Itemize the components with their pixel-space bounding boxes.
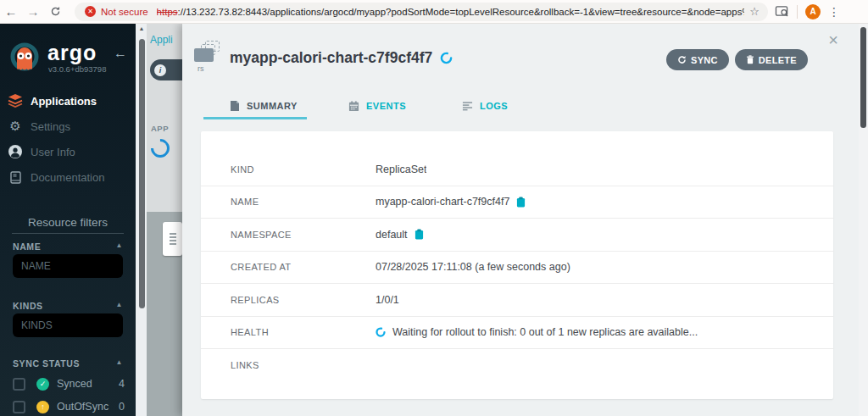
- summary-row-health: HEALTH Waiting for rollout to finish: 0 …: [201, 317, 833, 350]
- dimmed-background: Appli i APP: [147, 24, 182, 416]
- url-bar[interactable]: ✕ Not secure https://13.232.73.82:8443/a…: [75, 3, 768, 21]
- applications-layers-icon: [0, 94, 31, 108]
- back-icon[interactable]: ←: [0, 4, 22, 19]
- browser-toolbar: ← → ✕ Not secure https://13.232.73.82:84…: [0, 0, 868, 24]
- sync-button[interactable]: SYNC: [666, 49, 729, 70]
- health-progressing-icon: [376, 327, 386, 337]
- kinds-filter-label: KINDS ▲: [13, 301, 123, 311]
- summary-row-created-at: CREATED AT 07/28/2025 17:11:08 (a few se…: [201, 252, 833, 285]
- summary-card: KIND ReplicaSet NAME myapp-calori-chart-…: [201, 131, 833, 399]
- synced-status-icon: ✓: [36, 378, 49, 391]
- sync-icon: [677, 55, 687, 64]
- progressing-spinner-icon: [440, 52, 453, 64]
- app-label: APP: [151, 124, 169, 133]
- page-scrollbar[interactable]: [859, 24, 868, 416]
- content-area: Appli i APP argo v3.0.6+db9: [0, 24, 868, 416]
- resource-filters-title: Resource filters: [0, 216, 136, 229]
- summary-row-kind: KIND ReplicaSet: [201, 153, 833, 186]
- outofsync-status-icon: ↑: [36, 401, 49, 413]
- browser-menu-icon[interactable]: ⋮: [828, 5, 843, 19]
- sidebar-collapse-icon[interactable]: ←: [114, 46, 127, 61]
- not-secure-icon: ✕: [85, 6, 96, 17]
- log-lines-icon: [462, 101, 473, 111]
- synced-count: 4: [119, 378, 125, 390]
- book-icon: [0, 171, 31, 184]
- sidebar-item-label: Settings: [31, 120, 70, 133]
- replicaset-icon: rs: [194, 41, 228, 78]
- tab-summary[interactable]: SUMMARY: [230, 97, 298, 115]
- sidebar-item-label: Applications: [31, 95, 97, 108]
- resource-panel: × rs myapp-calori-chart-c7f9cf4f7 SYNC: [182, 24, 859, 416]
- sidebar-item-documentation[interactable]: Documentation: [0, 164, 136, 190]
- sync-status-filter-label: SYNC STATUS ▲: [13, 358, 123, 369]
- tab-events[interactable]: EVENTS: [348, 97, 406, 115]
- synced-checkbox[interactable]: [13, 378, 25, 391]
- page-title: myapp-calori-chart-c7f9cf4f7: [230, 49, 453, 67]
- gear-icon: ⚙: [0, 119, 31, 134]
- bookmark-star-icon[interactable]: ☆: [744, 5, 760, 18]
- outofsync-count: 0: [119, 401, 125, 413]
- close-icon[interactable]: ×: [828, 31, 838, 50]
- info-icon: i: [154, 64, 166, 76]
- screen: ← → ✕ Not secure https://13.232.73.82:84…: [0, 0, 868, 416]
- trash-icon: [746, 55, 754, 64]
- synced-label: Synced: [57, 378, 119, 390]
- collapse-triangle-icon[interactable]: ▲: [115, 241, 123, 249]
- inner-scrollbar[interactable]: ▲: [136, 24, 147, 416]
- tab-logs[interactable]: LOGS: [462, 97, 508, 115]
- document-icon: [230, 100, 240, 112]
- version-label: v3.0.6+db93798: [48, 64, 106, 74]
- forward-icon[interactable]: →: [22, 4, 44, 19]
- not-secure-label: Not secure: [101, 7, 148, 17]
- kind-abbr: rs: [198, 64, 204, 73]
- summary-row-replicas: REPLICAS 1/0/1: [201, 284, 833, 317]
- calendar-icon: [348, 101, 359, 112]
- scroll-up-icon[interactable]: ▲: [136, 25, 147, 31]
- filter-option-synced[interactable]: ✓ Synced 4: [13, 374, 125, 393]
- summary-row-links: LINKS: [201, 349, 833, 382]
- logo-wordmark: argo: [47, 42, 97, 64]
- filters-divider: [12, 233, 124, 234]
- sidebar-item-label: User Info: [31, 146, 75, 158]
- reading-mode-icon[interactable]: [775, 5, 789, 18]
- breadcrumb[interactable]: Appli: [150, 34, 173, 46]
- sidebar-item-applications[interactable]: Applications: [0, 88, 136, 114]
- sidebar-item-user-info[interactable]: User Info: [0, 139, 136, 164]
- scrollbar-thumb[interactable]: [860, 27, 866, 128]
- name-filter-input[interactable]: [13, 254, 123, 278]
- copy-icon[interactable]: [516, 197, 526, 208]
- summary-row-name: NAME myapp-calori-chart-c7f9cf4f7: [201, 186, 833, 219]
- app-header-background: [147, 24, 182, 212]
- filter-option-outofsync[interactable]: ↑ OutOfSync 0: [13, 397, 125, 416]
- sidebar-item-label: Documentation: [31, 171, 104, 184]
- kinds-filter-input[interactable]: [13, 313, 123, 337]
- logo-row: argo v3.0.6+db93798 ←: [0, 24, 136, 78]
- sidebar: argo v3.0.6+db93798 ← Applications ⚙ Set…: [0, 24, 136, 416]
- name-filter-label: NAME ▲: [13, 241, 123, 252]
- copy-icon[interactable]: [415, 229, 424, 240]
- tree-filter-toggle-button[interactable]: [163, 222, 182, 256]
- url-text: https://13.232.73.82:8443/applications/a…: [157, 7, 758, 17]
- collapse-triangle-icon[interactable]: ▲: [115, 358, 123, 366]
- toolbar-divider: [797, 5, 798, 19]
- reload-icon[interactable]: [44, 6, 66, 17]
- profile-avatar[interactable]: A: [805, 4, 821, 19]
- summary-row-namespace: NAMESPACE default: [201, 219, 833, 252]
- argo-logo-icon: [7, 41, 42, 80]
- active-tab-indicator: [203, 117, 307, 119]
- collapse-triangle-icon[interactable]: ▲: [115, 301, 123, 308]
- tab-bar: SUMMARY EVENTS LOGS: [182, 97, 859, 119]
- user-icon: [0, 145, 31, 158]
- outofsync-label: OutOfSync: [57, 401, 119, 413]
- scrollbar-thumb[interactable]: [139, 39, 145, 308]
- sidebar-item-settings[interactable]: ⚙ Settings: [0, 114, 136, 139]
- delete-button[interactable]: DELETE: [735, 49, 808, 70]
- sidebar-nav: Applications ⚙ Settings User Info Do: [0, 88, 136, 190]
- outofsync-checkbox[interactable]: [13, 401, 25, 413]
